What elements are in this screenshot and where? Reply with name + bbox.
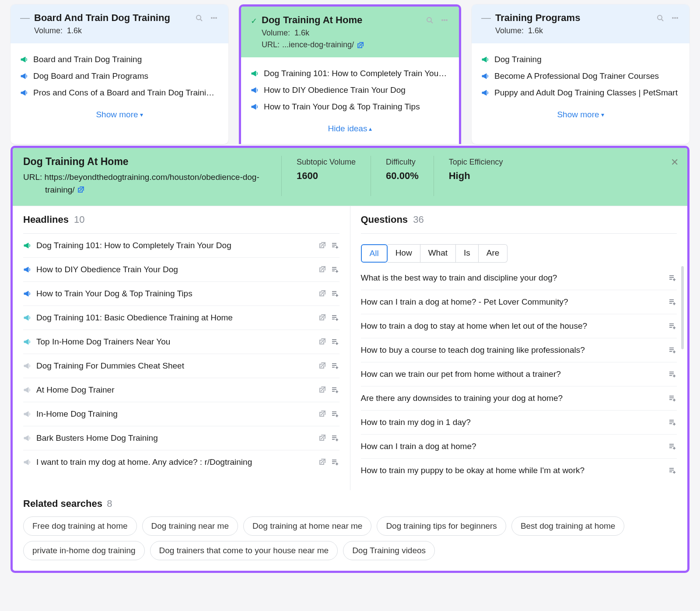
metric-value: 60.00%	[386, 170, 419, 182]
search-icon[interactable]	[656, 14, 665, 23]
add-to-list-icon[interactable]	[331, 289, 340, 298]
idea-row[interactable]: Pros and Cons of a Board and Train Dog T…	[20, 84, 219, 101]
question-row[interactable]: Are there any downsides to training your…	[361, 386, 677, 411]
headline-row[interactable]: Dog Training 101: Basic Obedience Traini…	[23, 306, 340, 330]
related-chip[interactable]: Dog training near me	[142, 516, 238, 536]
more-icon[interactable]	[671, 14, 680, 23]
add-to-list-icon[interactable]	[668, 346, 677, 355]
add-to-list-icon[interactable]	[331, 386, 340, 394]
related-chip[interactable]: private in-home dog training	[23, 541, 145, 560]
search-icon[interactable]	[195, 14, 204, 23]
metric: Difficulty60.00%	[371, 156, 434, 196]
external-link-icon[interactable]	[318, 434, 326, 442]
headline-row[interactable]: Dog Training For Dummies Cheat Sheet	[23, 354, 340, 378]
add-to-list-icon[interactable]	[331, 337, 340, 346]
add-to-list-icon[interactable]	[331, 410, 340, 418]
add-to-list-icon[interactable]	[668, 370, 677, 379]
add-to-list-icon[interactable]	[331, 241, 340, 250]
idea-row[interactable]: How to Train Your Dog & Top Training Tip…	[251, 98, 449, 115]
idea-row[interactable]: How to DIY Obedience Train Your Dog	[251, 82, 449, 98]
topic-card: — Board And Train Dog Training Volume: 1…	[10, 4, 228, 144]
external-link-icon[interactable]	[77, 186, 85, 193]
related-chip[interactable]: Dog training at home near me	[243, 516, 371, 536]
add-to-list-icon[interactable]	[668, 394, 677, 403]
external-link-icon[interactable]	[318, 265, 326, 273]
filter-pill[interactable]: Is	[456, 244, 479, 263]
add-to-list-icon[interactable]	[331, 265, 340, 274]
more-icon[interactable]	[210, 14, 219, 23]
add-to-list-icon[interactable]	[668, 298, 677, 306]
megaphone-icon	[23, 458, 32, 466]
megaphone-icon	[23, 242, 32, 249]
question-text: How to train my puppy to be okay at home…	[361, 466, 664, 475]
megaphone-icon	[23, 434, 32, 442]
card-title: Dog Training At Home	[262, 14, 364, 26]
add-to-list-icon[interactable]	[331, 362, 340, 370]
headline-text: Top In-Home Dog Trainers Near You	[36, 337, 314, 347]
headline-row[interactable]: How to Train Your Dog & Top Training Tip…	[23, 282, 340, 306]
more-icon[interactable]	[441, 16, 449, 25]
minus-icon: —	[481, 13, 491, 23]
add-to-list-icon[interactable]	[668, 274, 677, 282]
question-row[interactable]: How to buy a course to teach dog trainin…	[361, 338, 677, 362]
related-chip[interactable]: Best dog training at home	[511, 516, 625, 536]
filter-pill[interactable]: All	[361, 244, 388, 263]
external-link-icon[interactable]	[318, 410, 326, 418]
check-icon: ✓	[251, 16, 257, 26]
add-to-list-icon[interactable]	[668, 322, 677, 330]
external-link-icon[interactable]	[318, 458, 326, 466]
add-to-list-icon[interactable]	[668, 418, 677, 427]
question-row[interactable]: How to train my dog in 1 day?	[361, 411, 677, 435]
external-link-icon[interactable]	[357, 41, 364, 49]
toggle-ideas-link[interactable]: Hide ideas ▴	[328, 124, 372, 133]
filter-pill[interactable]: Are	[479, 244, 508, 263]
question-row[interactable]: How can I train a dog at home? - Pet Lov…	[361, 290, 677, 314]
headline-row[interactable]: How to DIY Obedience Train Your Dog	[23, 258, 340, 282]
metric: Subtopic Volume1600	[281, 156, 371, 196]
question-row[interactable]: What is the best way to train and discip…	[361, 266, 677, 290]
idea-row[interactable]: Dog Training 101: How to Completely Trai…	[251, 65, 449, 82]
headline-row[interactable]: In-Home Dog Training	[23, 402, 340, 426]
external-link-icon[interactable]	[318, 362, 326, 369]
detail-title: Dog Training At Home	[23, 156, 273, 168]
headline-text: At Home Dog Trainer	[36, 385, 314, 395]
search-icon[interactable]	[426, 16, 434, 25]
megaphone-icon	[20, 56, 29, 63]
add-to-list-icon[interactable]	[331, 313, 340, 322]
filter-pill[interactable]: What	[420, 244, 456, 263]
scrollbar[interactable]	[681, 266, 684, 349]
question-text: How to train a dog to stay at home when …	[361, 321, 664, 331]
headline-row[interactable]: Dog Training 101: How to Completely Trai…	[23, 234, 340, 258]
add-to-list-icon[interactable]	[331, 434, 340, 442]
question-row[interactable]: How to train my puppy to be okay at home…	[361, 459, 677, 482]
headline-row[interactable]: I want to train my dog at home. Any advi…	[23, 450, 340, 474]
related-chip[interactable]: Free dog training at home	[23, 516, 137, 536]
idea-row[interactable]: Puppy and Adult Dog Training Classes | P…	[481, 84, 680, 101]
related-chip[interactable]: Dog Training videos	[343, 541, 435, 560]
toggle-ideas-link[interactable]: Show more ▾	[96, 110, 143, 119]
question-row[interactable]: How to train a dog to stay at home when …	[361, 314, 677, 338]
external-link-icon[interactable]	[318, 386, 326, 393]
add-to-list-icon[interactable]	[668, 466, 677, 475]
external-link-icon[interactable]	[318, 241, 326, 249]
add-to-list-icon[interactable]	[668, 442, 677, 451]
idea-row[interactable]: Become A Professional Dog Trainer Course…	[481, 68, 680, 84]
external-link-icon[interactable]	[318, 337, 326, 345]
related-chip[interactable]: Dog trainers that come to your house nea…	[150, 541, 338, 560]
external-link-icon[interactable]	[318, 313, 326, 321]
idea-text: Board and Train Dog Training	[33, 55, 142, 64]
idea-row[interactable]: Dog Board and Train Programs	[20, 68, 219, 84]
headline-row[interactable]: Top In-Home Dog Trainers Near You	[23, 330, 340, 354]
question-row[interactable]: How can we train our pet from home witho…	[361, 362, 677, 386]
toggle-ideas-link[interactable]: Show more ▾	[557, 110, 604, 119]
headline-row[interactable]: Bark Busters Home Dog Training	[23, 426, 340, 450]
external-link-icon[interactable]	[318, 289, 326, 297]
question-row[interactable]: How can I train a dog at home?	[361, 435, 677, 459]
related-chip[interactable]: Dog training tips for beginners	[377, 516, 506, 536]
filter-pill[interactable]: How	[388, 244, 420, 263]
add-to-list-icon[interactable]	[331, 458, 340, 467]
idea-row[interactable]: Board and Train Dog Training	[20, 51, 219, 68]
headline-row[interactable]: At Home Dog Trainer	[23, 378, 340, 402]
idea-row[interactable]: Dog Training	[481, 51, 680, 68]
close-icon[interactable]: ✕	[671, 157, 679, 168]
